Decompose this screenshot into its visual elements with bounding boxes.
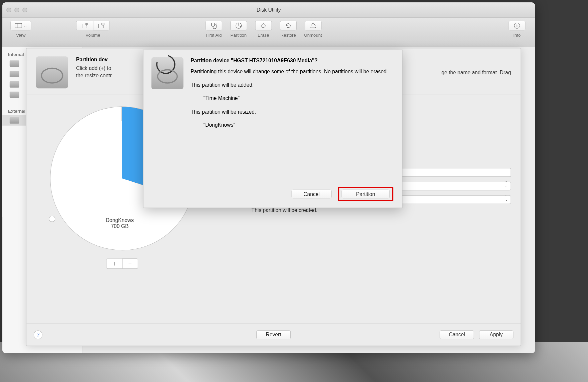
svg-point-9 [216,24,217,25]
window-title: Disk Utility [2,7,535,13]
pie-slice-label: Time Machine 300 GB [74,154,107,166]
dialog-cancel-button[interactable]: Cancel [292,190,332,198]
dialog-added-label: This partition will be added: [191,81,391,89]
hard-drive-icon [36,56,68,88]
first-aid-label: First Aid [206,33,222,37]
disk-icon [10,60,19,67]
erase-label: Erase [258,33,269,37]
disk-icon [10,71,19,77]
disk-icon [10,92,19,98]
sheet-desc-suffix: ge the name and format. Drag [442,69,511,75]
sheet-title: Partition dev [76,56,112,62]
view-button[interactable]: ⌄ [10,21,31,30]
restore-label: Restore [281,33,296,37]
slice-name: Time Machine [74,154,107,160]
titlebar: Disk Utility [2,2,535,18]
volume-add-icon [81,23,88,28]
partition-hint: This partition will be created. [252,207,511,213]
sheet-desc-text: Click add (+) to [76,65,111,71]
dialog-body-text: Partitioning this device will change som… [191,68,391,75]
pie-resize-handle[interactable] [49,216,55,222]
partition-button[interactable] [230,21,247,30]
volume-label: Volume [85,33,100,37]
dialog-heading: Partition device "HGST HTS721010A9E630 M… [191,57,391,65]
toolbar: ⌄ View Volume [2,18,535,47]
partition-label: Partition [231,33,247,37]
help-button[interactable]: ? [34,330,42,339]
unmount-label: Unmount [304,33,322,37]
sidebar-layout-icon [15,23,22,28]
toolbar-group-volume: Volume [76,21,110,37]
revert-button[interactable]: Revert [256,330,291,339]
eject-icon [310,22,316,29]
cancel-button[interactable]: Cancel [440,330,474,339]
svg-point-13 [517,24,517,25]
svg-rect-0 [15,23,22,28]
sheet-description: Click add (+) to the resize contr [76,65,112,79]
info-icon [514,22,520,29]
volume-remove-button[interactable] [93,21,109,30]
stethoscope-icon [210,22,218,29]
eraser-icon [260,23,267,28]
chevron-down-icon: ⌄ [24,23,27,28]
volume-add-button[interactable] [76,21,93,30]
confirm-partition-dialog: Partition device "HGST HTS721010A9E630 M… [143,50,402,208]
highlight-annotation: Partition [338,187,393,201]
unmount-button[interactable] [305,21,321,30]
disk-icon [10,81,19,88]
restore-button[interactable] [280,21,296,30]
first-aid-button[interactable] [205,21,222,30]
view-label: View [16,33,25,37]
slice-name: DongKnows [106,217,134,223]
add-partition-button[interactable]: ＋ [106,258,122,269]
dialog-added-name: "Time Machine" [204,94,391,102]
erase-button[interactable] [255,21,272,30]
disk-utility-app-icon [152,57,184,89]
dialog-resized-label: This partition will be resized: [191,108,391,116]
info-label: Info [513,33,521,37]
toolbar-group-view: ⌄ View [10,21,32,37]
dialog-resized-name: "DongKnows" [204,121,391,129]
dialog-partition-button[interactable]: Partition [342,190,390,198]
remove-partition-button[interactable]: － [122,258,138,269]
sheet-desc-text: the resize contr [76,72,112,78]
slice-size: 300 GB [74,160,107,166]
volume-remove-icon [98,23,104,28]
pie-slice-label: DongKnows 700 GB [106,217,134,229]
disk-icon [10,117,19,124]
restore-icon [285,22,291,29]
info-button[interactable] [509,21,525,30]
pie-icon [235,22,242,29]
apply-button[interactable]: Apply [479,330,513,339]
slice-size: 700 GB [106,223,134,229]
sheet-footer: ? Revert Cancel Apply [26,323,521,346]
add-remove-partition-buttons: ＋ － [106,258,138,269]
